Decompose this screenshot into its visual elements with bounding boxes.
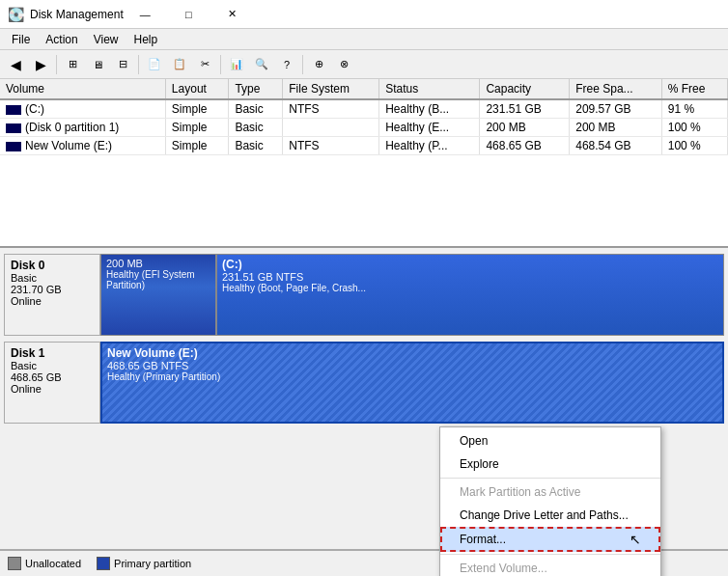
toolbar-btn10[interactable]: ⊕	[307, 53, 330, 76]
table-row[interactable]: New Volume (E:) Simple Basic NTFS Health…	[0, 137, 728, 155]
ctx-mark-active: Mark Partition as Active	[440, 480, 660, 504]
toolbar-btn5[interactable]: 📋	[168, 53, 191, 76]
disk-table: Volume Layout Type File System Status Ca…	[0, 79, 728, 155]
ctx-sep-2	[440, 554, 660, 555]
toolbar: ◀ ▶ ⊞ 🖥 ⊟ 📄 📋 ✂ 📊 🔍 ? ⊕ ⊗	[0, 50, 728, 79]
ctx-sep-1	[440, 478, 660, 479]
toolbar-back[interactable]: ◀	[4, 53, 27, 76]
legend-primary-label: Primary partition	[114, 558, 191, 569]
toolbar-btn2[interactable]: 🖥	[86, 53, 109, 76]
title-bar: 💽 Disk Management — □ ✕	[0, 0, 728, 29]
menu-view[interactable]: View	[86, 29, 126, 50]
toolbar-btn6[interactable]: ✂	[193, 53, 216, 76]
disk-0-label: Disk 0 Basic 231.70 GB Online	[4, 254, 100, 336]
close-button[interactable]: ✕	[210, 0, 254, 29]
row-icon	[6, 123, 21, 133]
toolbar-btn4[interactable]: 📄	[143, 53, 166, 76]
disk-1-row: Disk 1 Basic 468.65 GB Online New Volume…	[4, 342, 724, 424]
disk-1-label: Disk 1 Basic 468.65 GB Online	[4, 342, 100, 424]
toolbar-btn11[interactable]: ⊗	[332, 53, 355, 76]
col-pct[interactable]: % Free	[661, 79, 727, 99]
menu-bar: File Action View Help	[0, 29, 728, 50]
title-bar-controls: — □ ✕	[124, 0, 254, 29]
table-row[interactable]: (C:) Simple Basic NTFS Healthy (B... 231…	[0, 99, 728, 119]
menu-file[interactable]: File	[4, 29, 38, 50]
col-fs[interactable]: File System	[283, 79, 379, 99]
legend-primary-box	[97, 557, 110, 570]
disk-0-efi-partition[interactable]: 200 MB Healthy (EFI System Partition)	[100, 254, 216, 336]
disk-table-area[interactable]: Volume Layout Type File System Status Ca…	[0, 79, 728, 248]
table-row[interactable]: (Disk 0 partition 1) Simple Basic Health…	[0, 119, 728, 137]
minimize-button[interactable]: —	[124, 0, 167, 29]
legend-primary: Primary partition	[97, 557, 191, 570]
main-content: Volume Layout Type File System Status Ca…	[0, 79, 728, 576]
col-capacity[interactable]: Capacity	[480, 79, 570, 99]
col-status[interactable]: Status	[379, 79, 480, 99]
col-volume[interactable]: Volume	[0, 79, 165, 99]
toolbar-btn9[interactable]: ?	[275, 53, 298, 76]
disk-0-row: Disk 0 Basic 231.70 GB Online 200 MB Hea…	[4, 254, 724, 336]
col-type[interactable]: Type	[229, 79, 283, 99]
row-icon	[6, 142, 21, 151]
menu-action[interactable]: Action	[38, 29, 85, 50]
disk-1-partitions: New Volume (E:) 468.65 GB NTFS Healthy (…	[100, 342, 724, 424]
cursor-icon: ↖	[630, 532, 641, 547]
title-bar-title: Disk Management	[30, 8, 124, 21]
disk-0-c-partition[interactable]: (C:) 231.51 GB NTFS Healthy (Boot, Page …	[216, 254, 724, 336]
toolbar-btn8[interactable]: 🔍	[250, 53, 273, 76]
ctx-open[interactable]: Open	[440, 429, 660, 453]
ctx-explore[interactable]: Explore	[440, 453, 660, 476]
maximize-button[interactable]: □	[167, 0, 210, 29]
ctx-format-label: Format...	[460, 533, 506, 546]
ctx-change-drive[interactable]: Change Drive Letter and Paths...	[440, 504, 660, 527]
context-menu: Open Explore Mark Partition as Active Ch…	[439, 426, 661, 576]
legend-unallocated-box	[8, 557, 21, 570]
toolbar-btn7[interactable]: 📊	[225, 53, 248, 76]
ctx-format[interactable]: Format... ↖	[440, 527, 660, 552]
ctx-extend: Extend Volume...	[440, 557, 660, 576]
row-icon	[6, 105, 21, 115]
col-free[interactable]: Free Spa...	[570, 79, 661, 99]
legend-unallocated: Unallocated	[8, 557, 81, 570]
toolbar-btn1[interactable]: ⊞	[61, 53, 84, 76]
menu-help[interactable]: Help	[126, 29, 166, 50]
title-bar-icon: 💽	[8, 7, 24, 22]
legend-unallocated-label: Unallocated	[25, 558, 81, 569]
disk-1-e-partition[interactable]: New Volume (E:) 468.65 GB NTFS Healthy (…	[100, 342, 724, 424]
disk-visual-area[interactable]: Disk 0 Basic 231.70 GB Online 200 MB Hea…	[0, 248, 728, 576]
toolbar-forward[interactable]: ▶	[29, 53, 52, 76]
toolbar-btn3[interactable]: ⊟	[111, 53, 134, 76]
col-layout[interactable]: Layout	[165, 79, 229, 99]
disk-0-partitions: 200 MB Healthy (EFI System Partition) (C…	[100, 254, 724, 336]
